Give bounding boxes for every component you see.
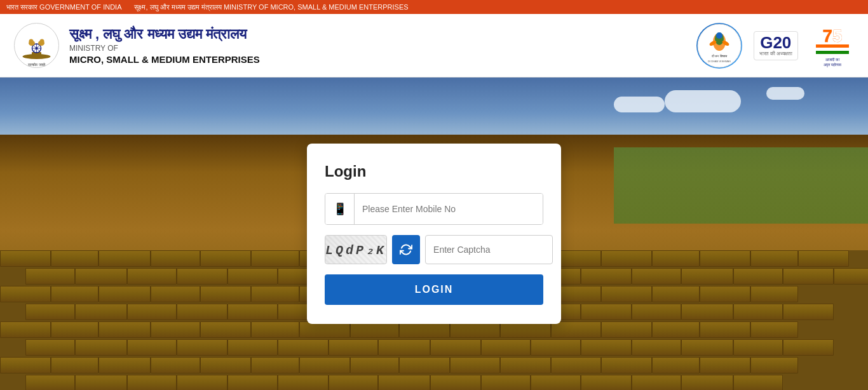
brick <box>601 286 652 302</box>
svg-rect-26 <box>816 48 849 51</box>
di-dhan-vishwas-logo: दी धन विश्वास DI DHAN VISHWAS <box>696 23 742 69</box>
svg-point-13 <box>40 39 44 44</box>
brick <box>329 375 378 390</box>
brick <box>378 339 430 356</box>
brick <box>200 250 251 267</box>
brick <box>25 375 75 390</box>
brick <box>430 339 481 356</box>
brick <box>278 339 329 356</box>
svg-text:आजादी का: आजादी का <box>825 57 840 62</box>
brick <box>200 357 251 373</box>
svg-text:अमृत महोत्सव: अमृत महोत्सव <box>824 62 842 67</box>
main-content: Login 📱 LQdP₂K L <box>0 77 868 390</box>
brick <box>733 304 783 320</box>
brick <box>601 357 652 373</box>
brick <box>551 357 601 373</box>
brick <box>200 286 251 302</box>
top-banner-right: सूक्ष्म, लघु और मध्यम उद्यम मंत्रालय MIN… <box>134 3 408 11</box>
brick <box>601 321 652 338</box>
brick <box>75 375 127 390</box>
emblem-icon: सत्यमेव जयते <box>13 22 60 69</box>
brick <box>75 304 127 320</box>
brick-row <box>25 375 868 390</box>
brick <box>581 304 632 320</box>
brick <box>51 357 98 373</box>
brick <box>0 286 51 302</box>
brick <box>681 304 733 320</box>
brick <box>500 357 551 373</box>
mobile-phone-icon: 📱 <box>333 202 347 216</box>
top-banner: भारत सरकार GOVERNMENT OF INDIA सूक्ष्म, … <box>0 0 868 14</box>
brick <box>350 357 399 373</box>
captcha-row: LQdP₂K <box>325 235 543 264</box>
login-title: Login <box>325 163 543 180</box>
brick <box>251 357 299 373</box>
brick <box>151 357 200 373</box>
mobile-input[interactable] <box>355 194 543 224</box>
brick <box>177 375 227 390</box>
captcha-text: LQdP₂K <box>325 242 386 258</box>
brick <box>51 321 98 338</box>
brick <box>733 268 783 285</box>
brick <box>783 268 834 285</box>
brick <box>127 304 177 320</box>
brick <box>632 304 681 320</box>
brick <box>378 375 430 390</box>
brick <box>98 321 151 338</box>
brick <box>177 304 227 320</box>
refresh-captcha-button[interactable] <box>392 235 420 264</box>
svg-text:75: 75 <box>822 26 842 46</box>
brick <box>25 339 75 356</box>
brick <box>251 250 299 267</box>
brick <box>581 268 632 285</box>
brick <box>834 268 868 285</box>
brick <box>227 375 278 390</box>
brick-row <box>0 321 868 339</box>
brick <box>733 375 783 390</box>
g20-label: G20 <box>760 34 791 51</box>
header-right: दी धन विश्वास DI DHAN VISHWAS G20 भारत क… <box>696 23 855 69</box>
brick <box>700 250 750 267</box>
g20-badge: G20 भारत की अध्यक्षता <box>754 31 798 60</box>
brick <box>733 339 783 356</box>
brick-row <box>25 339 868 357</box>
brick <box>25 268 75 285</box>
brick <box>652 250 700 267</box>
brick <box>329 339 378 356</box>
brick <box>581 375 632 390</box>
brick <box>481 339 531 356</box>
header-ministry-name: MICRO, SMALL & MEDIUM ENTERPRISES <box>69 54 260 65</box>
brick <box>0 250 51 267</box>
captcha-input[interactable] <box>425 235 553 264</box>
brick <box>700 321 750 338</box>
brick <box>783 304 834 320</box>
brick <box>251 321 299 338</box>
brick <box>581 339 632 356</box>
brick <box>227 268 278 285</box>
brick <box>632 268 681 285</box>
brick <box>177 339 227 356</box>
brick <box>98 357 151 373</box>
svg-text:दी धन विश्वास: दी धन विश्वास <box>711 54 728 58</box>
captcha-image: LQdP₂K <box>325 235 387 264</box>
svg-point-12 <box>29 39 34 44</box>
brick <box>481 375 531 390</box>
brick <box>151 250 200 267</box>
brick <box>98 286 151 302</box>
header-left: सत्यमेव जयते सूक्ष्म , लघु और मध्यम उद्य… <box>13 22 260 69</box>
brick <box>227 304 278 320</box>
brick <box>127 339 177 356</box>
login-button[interactable]: LOGIN <box>325 274 543 305</box>
top-banner-left: भारत सरकार GOVERNMENT OF INDIA <box>6 3 121 11</box>
svg-rect-25 <box>816 44 849 48</box>
login-modal: Login 📱 LQdP₂K L <box>307 144 561 324</box>
svg-point-18 <box>716 32 722 39</box>
brick <box>299 357 350 373</box>
brick <box>700 357 750 373</box>
brick <box>652 357 700 373</box>
brick <box>51 286 98 302</box>
brick <box>25 304 75 320</box>
brick <box>278 375 329 390</box>
brick <box>601 250 652 267</box>
brick <box>700 286 750 302</box>
